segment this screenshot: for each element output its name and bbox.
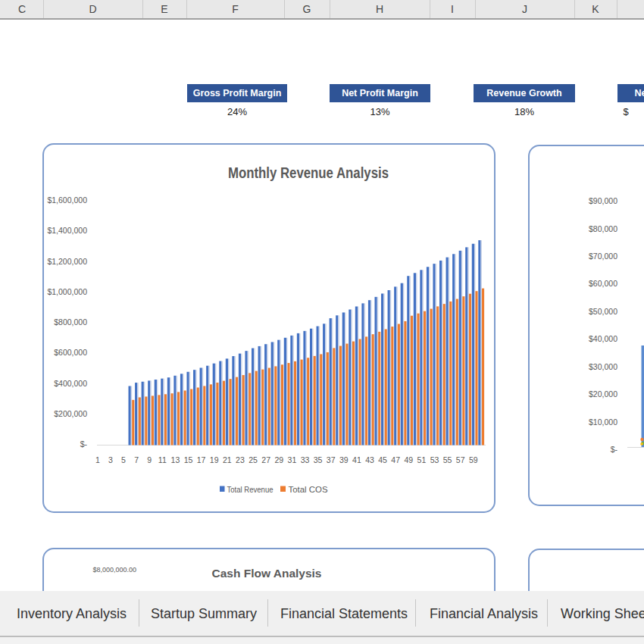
- svg-text:37: 37: [327, 455, 336, 464]
- svg-text:$1,200,000: $1,200,000: [47, 257, 87, 266]
- svg-text:25: 25: [249, 455, 258, 464]
- svg-text:53: 53: [430, 455, 439, 464]
- svg-text:$40,000: $40,000: [589, 334, 617, 343]
- svg-text:$30,000: $30,000: [589, 362, 617, 371]
- svg-text:$200,000: $200,000: [54, 409, 87, 418]
- svg-text:59: 59: [469, 455, 478, 464]
- svg-text:51: 51: [417, 455, 427, 464]
- svg-text:$80,000: $80,000: [589, 224, 617, 233]
- svg-text:$600,000: $600,000: [54, 348, 87, 357]
- svg-text:Total COS: Total COS: [289, 485, 328, 494]
- svg-text:45: 45: [378, 455, 387, 464]
- svg-text:9: 9: [147, 455, 152, 464]
- svg-text:$20,000: $20,000: [589, 389, 617, 399]
- svg-text:$-: $-: [80, 439, 88, 449]
- svg-text:$800,000: $800,000: [54, 317, 87, 327]
- svg-text:7: 7: [134, 455, 139, 464]
- svg-text:27: 27: [261, 455, 270, 464]
- svg-text:$60,000: $60,000: [589, 279, 617, 288]
- svg-text:$50,000: $50,000: [589, 307, 617, 316]
- svg-text:Monthly Revenue Analysis: Monthly Revenue Analysis: [228, 164, 389, 181]
- svg-text:43: 43: [365, 455, 374, 464]
- svg-text:19: 19: [210, 455, 219, 464]
- svg-text:29: 29: [274, 455, 283, 464]
- svg-text:21: 21: [223, 455, 232, 464]
- svg-text:$70,000: $70,000: [589, 252, 617, 261]
- svg-text:15: 15: [184, 455, 193, 464]
- svg-text:17: 17: [197, 455, 206, 464]
- svg-text:$10,000: $10,000: [589, 417, 617, 427]
- svg-text:1: 1: [95, 455, 100, 464]
- svg-text:57: 57: [456, 455, 465, 464]
- svg-text:3: 3: [108, 455, 113, 464]
- svg-text:$1,400,000: $1,400,000: [47, 226, 87, 235]
- svg-text:13: 13: [171, 455, 180, 464]
- svg-text:$400,000: $400,000: [54, 379, 87, 388]
- svg-text:$1,600,000: $1,600,000: [47, 195, 87, 205]
- svg-text:47: 47: [391, 455, 400, 464]
- svg-text:41: 41: [352, 455, 361, 464]
- svg-text:$90,000: $90,000: [589, 196, 617, 205]
- svg-text:49: 49: [404, 455, 413, 464]
- svg-text:23: 23: [236, 455, 245, 464]
- svg-text:33: 33: [301, 455, 310, 464]
- svg-text:31: 31: [288, 455, 297, 464]
- svg-text:35: 35: [314, 455, 323, 464]
- svg-text:55: 55: [443, 455, 452, 464]
- svg-text:39: 39: [339, 455, 349, 464]
- svg-text:11: 11: [158, 455, 167, 464]
- svg-text:5: 5: [121, 455, 126, 464]
- svg-text:Total Revenue: Total Revenue: [227, 485, 274, 494]
- svg-text:$-: $-: [611, 445, 618, 454]
- svg-text:$1,000,000: $1,000,000: [47, 287, 87, 296]
